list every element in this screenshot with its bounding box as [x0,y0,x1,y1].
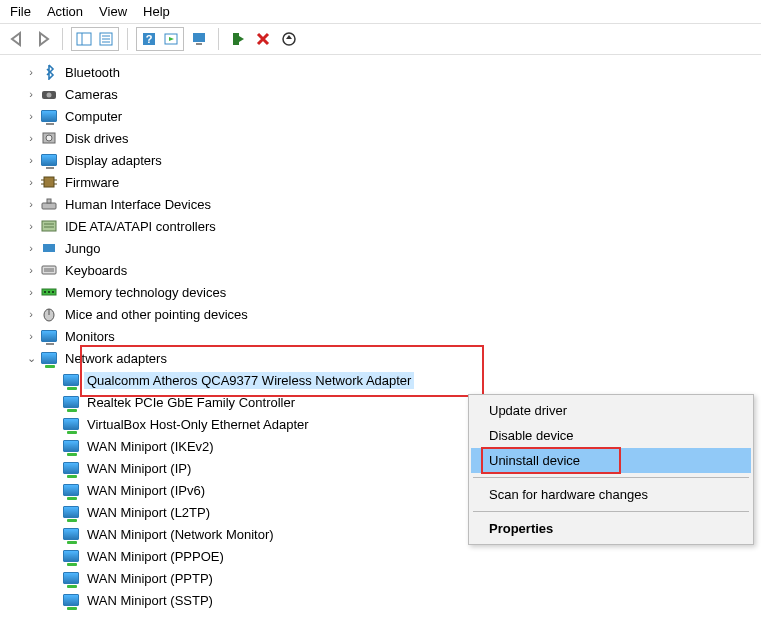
expander-icon[interactable]: › [24,132,38,144]
firmware-icon [40,173,58,191]
expander-icon[interactable]: › [24,198,38,210]
scan-button[interactable] [188,27,212,51]
jungo-icon [40,239,58,257]
tree-item-label: WAN Miniport (IKEv2) [84,438,217,455]
tree-item-label: Memory technology devices [62,284,229,301]
tree-item-label: Disk drives [62,130,132,147]
network-adapter-icon [62,459,80,477]
tree-item-label: Human Interface Devices [62,196,214,213]
tree-item[interactable]: ›Computer [14,105,761,127]
ctx-update-driver[interactable]: Update driver [471,398,751,423]
tree-item[interactable]: ›Disk drives [14,127,761,149]
svg-rect-31 [42,266,56,274]
menu-help[interactable]: Help [137,2,180,21]
tree-item-label: Keyboards [62,262,130,279]
mouse-icon [40,305,58,323]
expander-icon[interactable]: › [24,330,38,342]
menu-file[interactable]: File [4,2,41,21]
expander-icon[interactable]: ⌄ [24,352,38,365]
expander-icon[interactable]: › [24,176,38,188]
expander-icon[interactable]: › [24,154,38,166]
tree-item-label: WAN Miniport (L2TP) [84,504,213,521]
uninstall-button[interactable] [251,27,275,51]
monitor-icon [40,151,58,169]
svg-rect-20 [44,177,54,187]
net-icon [40,349,58,367]
tree-item[interactable]: Qualcomm Atheros QCA9377 Wireless Networ… [14,369,761,391]
tree-item-label: Network adapters [62,350,170,367]
tree-item[interactable]: ›Display adapters [14,149,761,171]
ctx-separator [473,477,749,478]
back-button[interactable] [6,27,30,51]
tree-item-label: Qualcomm Atheros QCA9377 Wireless Networ… [84,372,414,389]
network-adapter-icon [62,569,80,587]
tree-item-label: WAN Miniport (Network Monitor) [84,526,277,543]
svg-rect-37 [52,291,54,293]
update-button[interactable] [277,27,301,51]
tree-item[interactable]: ›IDE ATA/ATAPI controllers [14,215,761,237]
menu-view[interactable]: View [93,2,137,21]
tree-item[interactable]: ›Bluetooth [14,61,761,83]
properties-button[interactable] [95,29,117,49]
camera-icon [40,85,58,103]
show-hide-tree-button[interactable] [73,29,95,49]
hid-icon [40,195,58,213]
ctx-disable-device[interactable]: Disable device [471,423,751,448]
tree-item-label: Cameras [62,86,121,103]
tree-item[interactable]: WAN Miniport (PPTP) [14,567,761,589]
tree-item[interactable]: WAN Miniport (PPPOE) [14,545,761,567]
expander-icon[interactable]: › [24,66,38,78]
network-adapter-icon [62,525,80,543]
expander-icon[interactable]: › [24,286,38,298]
tree-item-label: Computer [62,108,125,125]
svg-rect-25 [42,203,56,209]
tree-item[interactable]: WAN Miniport (SSTP) [14,589,761,611]
svg-marker-9 [169,37,174,41]
expander-icon[interactable]: › [24,88,38,100]
tree-item-label: Mice and other pointing devices [62,306,251,323]
tree-item[interactable]: ›Mice and other pointing devices [14,303,761,325]
svg-point-19 [46,135,52,141]
network-adapter-icon [62,437,80,455]
tree-item[interactable]: ›Jungo [14,237,761,259]
disk-icon [40,129,58,147]
toolbar: ? [0,24,761,55]
tree-item[interactable]: ›Firmware [14,171,761,193]
tree-item[interactable]: ›Human Interface Devices [14,193,761,215]
tree-item-label: WAN Miniport (IPv6) [84,482,208,499]
svg-rect-35 [44,291,46,293]
tree-item-label: IDE ATA/ATAPI controllers [62,218,219,235]
svg-rect-11 [196,43,202,45]
menu-bar: File Action View Help [0,0,761,24]
help-button[interactable]: ? [138,29,160,49]
expander-icon[interactable]: › [24,308,38,320]
tree-item-label: WAN Miniport (PPPOE) [84,548,227,565]
expander-icon[interactable]: › [24,242,38,254]
menu-action[interactable]: Action [41,2,93,21]
tree-item[interactable]: ⌄Network adapters [14,347,761,369]
expander-icon[interactable]: › [24,110,38,122]
network-adapter-icon [62,503,80,521]
tree-item-label: Bluetooth [62,64,123,81]
svg-point-17 [47,93,52,98]
add-legacy-button[interactable] [225,27,249,51]
tree-item[interactable]: ›Cameras [14,83,761,105]
network-adapter-icon [62,393,80,411]
tree-item[interactable]: ›Memory technology devices [14,281,761,303]
tree-item[interactable]: ›Monitors [14,325,761,347]
tree-item-label: WAN Miniport (IP) [84,460,194,477]
tree-item[interactable]: ›Keyboards [14,259,761,281]
forward-button[interactable] [32,27,56,51]
tree-item-label: WAN Miniport (SSTP) [84,592,216,609]
expander-icon[interactable]: › [24,220,38,232]
network-adapter-icon [62,547,80,565]
ctx-properties[interactable]: Properties [471,516,751,541]
monitor-icon [40,107,58,125]
ctx-scan-hardware[interactable]: Scan for hardware changes [471,482,751,507]
tree-item-label: Realtek PCIe GbE Family Controller [84,394,298,411]
svg-marker-13 [239,36,244,42]
expander-icon[interactable]: › [24,264,38,276]
ctx-uninstall-device[interactable]: Uninstall device [471,448,751,473]
action-button[interactable] [160,29,182,49]
svg-rect-36 [48,291,50,293]
